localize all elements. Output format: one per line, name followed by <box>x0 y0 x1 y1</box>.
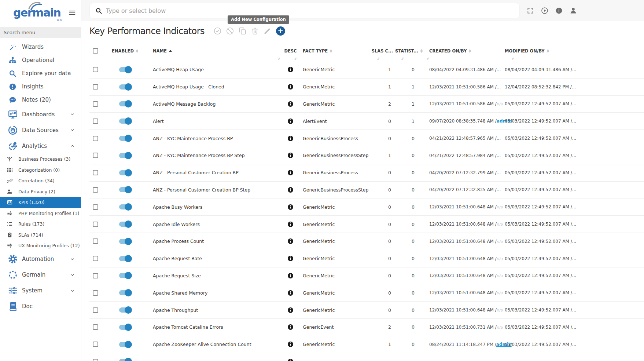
sort-icon[interactable] <box>330 49 332 53</box>
row-checkbox[interactable] <box>93 187 98 193</box>
kpi-name[interactable]: ActiveMQ Heap Usage - Cloned <box>146 79 282 95</box>
add-configuration-button[interactable]: + <box>276 26 285 36</box>
sidebar-item-automation[interactable]: Automation <box>0 251 81 267</box>
row-checkbox[interactable] <box>93 222 98 227</box>
kpi-name[interactable]: Apache Request Size <box>146 267 282 284</box>
enabled-toggle[interactable] <box>119 204 131 209</box>
kpi-name[interactable]: Apache Process Count <box>146 233 282 250</box>
description-info-icon[interactable] <box>287 255 294 262</box>
sidebar-item-data-sources[interactable]: Data Sources <box>0 122 81 138</box>
kpi-name[interactable]: Apache Busy Workers <box>146 198 282 215</box>
column-header-fact-type[interactable]: FACT TYPE <box>299 41 368 61</box>
row-checkbox[interactable] <box>93 359 98 361</box>
sidebar-subitem-categorization-0[interactable]: Categorization (0) <box>0 165 81 176</box>
kpi-name[interactable]: Apache Idle Workers <box>146 216 282 233</box>
sidebar-subitem-slas-714[interactable]: SLAs (714) <box>0 230 81 241</box>
row-checkbox[interactable] <box>93 136 98 141</box>
sidebar-item-dashboards[interactable]: Dashboards <box>0 106 81 122</box>
row-checkbox[interactable] <box>93 118 98 124</box>
sidebar-subitem-data-privacy-2[interactable]: Data Privacy (2) <box>0 186 81 197</box>
column-header-created-on-by[interactable]: CREATED ON/BY ∕∕ <box>418 41 503 61</box>
sidebar-item-insights[interactable]: Insights <box>0 80 81 93</box>
sidebar-subitem-ux-monitoring-profiles-12[interactable]: UX Monitoring Profiles (12) <box>0 240 81 251</box>
global-search-input[interactable] <box>106 7 519 14</box>
row-checkbox[interactable] <box>93 67 98 72</box>
description-info-icon[interactable] <box>287 152 294 158</box>
kpi-name[interactable]: ANZ - Personal Customer Creation BP <box>146 164 282 181</box>
column-resize-handle[interactable]: ∕∕ <box>427 57 428 61</box>
enabled-toggle[interactable] <box>119 136 131 141</box>
sort-asc-icon[interactable] <box>169 50 172 52</box>
clone-copy-icon[interactable] <box>239 27 246 35</box>
kpi-name[interactable]: ActiveMQ Heap Usage <box>146 61 282 78</box>
enabled-toggle[interactable] <box>119 84 131 90</box>
enabled-toggle[interactable] <box>119 325 131 330</box>
kpi-name[interactable]: Apache Tomcat Catalina Errors <box>146 319 282 336</box>
enabled-toggle[interactable] <box>119 273 131 278</box>
row-checkbox[interactable] <box>93 170 98 175</box>
row-checkbox[interactable] <box>93 204 98 210</box>
row-checkbox[interactable] <box>93 307 98 313</box>
row-checkbox[interactable] <box>93 290 98 296</box>
kpi-name[interactable]: ANZ - KYC Maintenance Process BP <box>146 130 282 147</box>
kpi-name[interactable] <box>146 353 282 361</box>
kpi-name[interactable]: ActiveMQ Message Backlog <box>146 96 282 113</box>
kpi-name[interactable]: ANZ - KYC Maintenance Process BP Step <box>146 147 282 164</box>
column-header-desc[interactable]: DESC ∕∕ <box>282 41 299 61</box>
description-info-icon[interactable] <box>287 84 294 90</box>
kpi-name[interactable]: Alert <box>146 113 282 130</box>
enabled-toggle[interactable] <box>119 118 131 124</box>
enabled-toggle[interactable] <box>119 153 131 158</box>
column-header-enabled[interactable]: ENABLED <box>104 41 146 61</box>
global-search-box[interactable] <box>89 3 520 18</box>
enabled-toggle[interactable] <box>119 359 131 361</box>
enabled-toggle[interactable] <box>119 290 131 295</box>
sidebar-item-analytics[interactable]: Analytics <box>0 138 81 154</box>
sort-icon[interactable] <box>136 49 138 53</box>
sidebar-item-wizards[interactable]: Wizards <box>0 40 81 54</box>
description-info-icon[interactable] <box>287 66 294 73</box>
description-info-icon[interactable] <box>287 221 294 227</box>
enabled-toggle[interactable] <box>119 256 131 261</box>
sort-icon[interactable] <box>469 49 471 53</box>
kpi-name[interactable]: Apache ZooKeeper Alive Connection Count <box>146 336 282 353</box>
sidebar-subitem-rules-173[interactable]: Rules (173) <box>0 219 81 230</box>
column-resize-handle[interactable]: ∕∕ <box>294 57 296 61</box>
info-icon[interactable] <box>555 7 563 14</box>
hamburger-menu-icon[interactable] <box>69 9 76 17</box>
play-icon[interactable] <box>541 7 548 14</box>
column-resize-handle[interactable]: ∕∕ <box>377 57 379 61</box>
row-checkbox[interactable] <box>93 256 98 261</box>
enabled-toggle[interactable] <box>119 307 131 313</box>
delete-trash-icon[interactable] <box>251 27 259 35</box>
kpi-name[interactable]: Apache Throughput <box>146 302 282 318</box>
description-info-icon[interactable] <box>287 273 294 279</box>
description-info-icon[interactable] <box>287 187 294 193</box>
fullscreen-icon[interactable] <box>527 7 534 14</box>
description-info-icon[interactable] <box>287 101 294 107</box>
row-checkbox[interactable] <box>93 273 98 278</box>
column-resize-handle[interactable]: ∕∕ <box>401 57 403 61</box>
description-info-icon[interactable] <box>287 135 294 142</box>
column-header-modified-on-by[interactable]: MODIFIED ON/BY ∕∕ <box>503 41 575 61</box>
enabled-toggle[interactable] <box>119 239 131 244</box>
sidebar-item-operational[interactable]: Operational <box>0 54 81 67</box>
row-checkbox[interactable] <box>93 84 98 90</box>
sidebar-search[interactable] <box>0 27 81 38</box>
description-info-icon[interactable] <box>287 324 294 330</box>
column-resize-handle[interactable]: ∕∕ <box>278 57 279 61</box>
column-header-slas-count[interactable]: SLAS C... ∕∕ <box>368 41 393 61</box>
description-info-icon[interactable] <box>287 341 294 347</box>
kpi-name[interactable]: Apache Request Rate <box>146 250 282 267</box>
enabled-toggle[interactable] <box>119 342 131 347</box>
sidebar-subitem-business-processes-3[interactable]: Business Processes (3) <box>0 154 81 165</box>
description-info-icon[interactable] <box>287 238 294 244</box>
description-info-icon[interactable] <box>287 169 294 176</box>
row-checkbox[interactable] <box>93 324 98 330</box>
germain-logo[interactable]: germain ux <box>13 7 60 18</box>
enable-check-circle-icon[interactable] <box>214 27 221 35</box>
column-header-name[interactable]: NAME ∕∕ <box>146 41 282 61</box>
enabled-toggle[interactable] <box>119 101 131 106</box>
row-checkbox[interactable] <box>93 342 98 347</box>
enabled-toggle[interactable] <box>119 222 131 227</box>
